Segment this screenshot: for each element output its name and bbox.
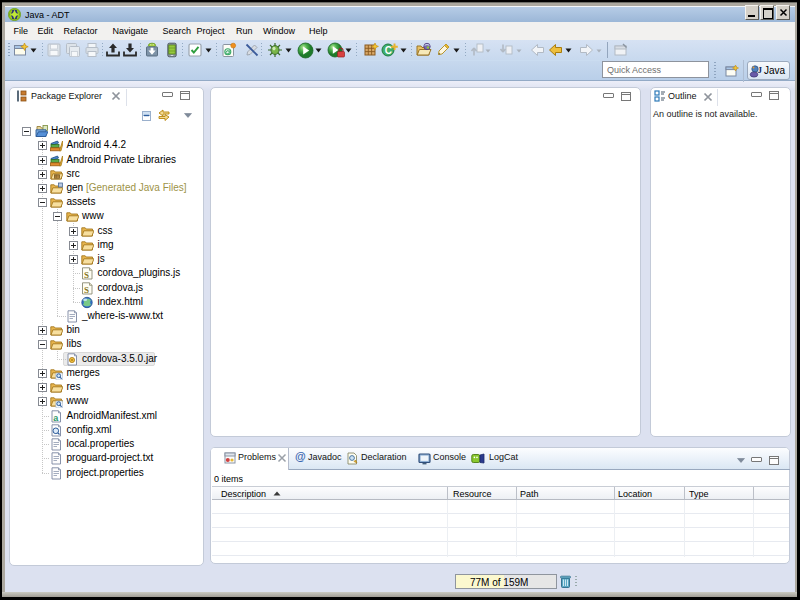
svg-text:C: C [385,45,392,56]
svg-text:J: J [758,65,763,75]
